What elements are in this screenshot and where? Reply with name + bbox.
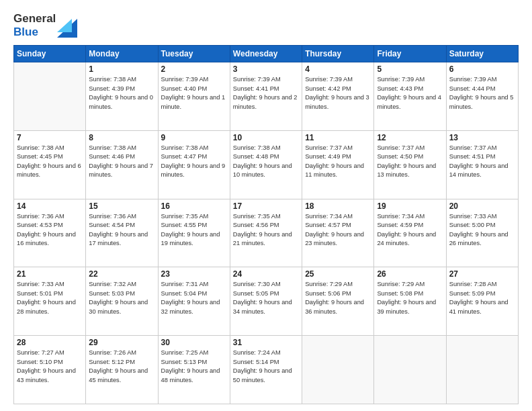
calendar-week-4: 28 Sunrise: 7:27 AMSunset: 5:10 PMDaylig… — [14, 336, 519, 404]
weekday-header-wednesday: Wednesday — [230, 46, 302, 62]
day-number: 8 — [89, 133, 154, 142]
day-info: Sunrise: 7:24 AMSunset: 5:14 PMDaylight:… — [233, 349, 299, 385]
day-info: Sunrise: 7:28 AMSunset: 5:09 PMDaylight:… — [449, 280, 515, 316]
day-info: Sunrise: 7:36 AMSunset: 4:54 PMDaylight:… — [89, 212, 154, 248]
logo-blue: Blue — [13, 26, 38, 38]
day-number: 19 — [377, 201, 443, 211]
day-number: 17 — [233, 201, 299, 211]
day-info: Sunrise: 7:26 AMSunset: 5:12 PMDaylight:… — [89, 349, 154, 385]
weekday-header-monday: Monday — [86, 46, 158, 62]
calendar-cell: 22 Sunrise: 7:32 AMSunset: 5:03 PMDaylig… — [86, 267, 158, 336]
day-info: Sunrise: 7:39 AMSunset: 4:42 PMDaylight:… — [305, 75, 371, 111]
calendar-cell — [374, 336, 446, 404]
calendar-cell: 3 Sunrise: 7:39 AMSunset: 4:41 PMDayligh… — [230, 62, 302, 131]
calendar-cell: 17 Sunrise: 7:35 AMSunset: 4:56 PMDaylig… — [230, 199, 302, 267]
day-number: 31 — [233, 338, 299, 347]
day-number: 21 — [17, 269, 83, 279]
weekday-header-tuesday: Tuesday — [158, 46, 230, 62]
day-info: Sunrise: 7:36 AMSunset: 4:53 PMDaylight:… — [17, 212, 83, 248]
calendar-cell: 29 Sunrise: 7:26 AMSunset: 5:12 PMDaylig… — [86, 336, 158, 404]
calendar-cell: 13 Sunrise: 7:37 AMSunset: 4:51 PMDaylig… — [446, 130, 518, 199]
logo: General Blue — [13, 12, 77, 38]
day-number: 15 — [89, 201, 154, 211]
day-info: Sunrise: 7:34 AMSunset: 4:57 PMDaylight:… — [305, 212, 371, 248]
calendar-cell: 4 Sunrise: 7:39 AMSunset: 4:42 PMDayligh… — [302, 62, 374, 131]
day-number: 28 — [17, 338, 83, 347]
calendar-table: SundayMondayTuesdayWednesdayThursdayFrid… — [13, 45, 519, 404]
day-info: Sunrise: 7:31 AMSunset: 5:04 PMDaylight:… — [161, 280, 227, 316]
day-number: 18 — [305, 201, 371, 211]
day-info: Sunrise: 7:38 AMSunset: 4:45 PMDaylight:… — [17, 144, 83, 180]
calendar-cell: 5 Sunrise: 7:39 AMSunset: 4:43 PMDayligh… — [374, 62, 446, 131]
day-number: 27 — [449, 269, 515, 279]
day-number: 24 — [233, 269, 299, 279]
day-info: Sunrise: 7:39 AMSunset: 4:41 PMDaylight:… — [233, 75, 299, 111]
calendar-week-1: 7 Sunrise: 7:38 AMSunset: 4:45 PMDayligh… — [14, 130, 519, 199]
calendar-cell: 6 Sunrise: 7:39 AMSunset: 4:44 PMDayligh… — [446, 62, 518, 131]
calendar-cell: 1 Sunrise: 7:38 AMSunset: 4:39 PMDayligh… — [86, 62, 158, 131]
day-info: Sunrise: 7:37 AMSunset: 4:51 PMDaylight:… — [449, 144, 515, 180]
day-info: Sunrise: 7:38 AMSunset: 4:47 PMDaylight:… — [161, 144, 227, 180]
day-info: Sunrise: 7:37 AMSunset: 4:49 PMDaylight:… — [305, 144, 371, 180]
day-number: 26 — [377, 269, 443, 279]
day-number: 25 — [305, 269, 371, 279]
calendar-cell: 24 Sunrise: 7:30 AMSunset: 5:05 PMDaylig… — [230, 267, 302, 336]
calendar-cell: 8 Sunrise: 7:38 AMSunset: 4:46 PMDayligh… — [86, 130, 158, 199]
calendar-cell — [302, 336, 374, 404]
day-info: Sunrise: 7:25 AMSunset: 5:13 PMDaylight:… — [161, 349, 227, 385]
day-number: 22 — [89, 269, 154, 279]
calendar-cell: 15 Sunrise: 7:36 AMSunset: 4:54 PMDaylig… — [86, 199, 158, 267]
calendar-cell: 10 Sunrise: 7:38 AMSunset: 4:48 PMDaylig… — [230, 130, 302, 199]
calendar-cell — [14, 62, 86, 131]
logo-general: General — [13, 12, 56, 25]
calendar-week-0: 1 Sunrise: 7:38 AMSunset: 4:39 PMDayligh… — [14, 62, 519, 131]
calendar-cell: 9 Sunrise: 7:38 AMSunset: 4:47 PMDayligh… — [158, 130, 230, 199]
weekday-header-row: SundayMondayTuesdayWednesdayThursdayFrid… — [14, 46, 519, 62]
day-number: 13 — [449, 133, 515, 142]
day-number: 23 — [161, 269, 227, 279]
day-number: 4 — [305, 64, 371, 74]
day-info: Sunrise: 7:29 AMSunset: 5:08 PMDaylight:… — [377, 280, 443, 316]
calendar-cell: 27 Sunrise: 7:28 AMSunset: 5:09 PMDaylig… — [446, 267, 518, 336]
day-number: 9 — [161, 133, 227, 142]
day-number: 12 — [377, 133, 443, 142]
calendar-cell: 21 Sunrise: 7:33 AMSunset: 5:01 PMDaylig… — [14, 267, 86, 336]
day-number: 5 — [377, 64, 443, 74]
day-number: 11 — [305, 133, 371, 142]
page: General Blue SundayMondayTuesdayWednesda… — [0, 0, 532, 411]
logo-icon — [57, 13, 77, 38]
day-info: Sunrise: 7:34 AMSunset: 4:59 PMDaylight:… — [377, 212, 443, 248]
day-number: 16 — [161, 201, 227, 211]
day-number: 3 — [233, 64, 299, 74]
calendar-cell: 25 Sunrise: 7:29 AMSunset: 5:06 PMDaylig… — [302, 267, 374, 336]
day-info: Sunrise: 7:32 AMSunset: 5:03 PMDaylight:… — [89, 280, 154, 316]
day-number: 20 — [449, 201, 515, 211]
day-info: Sunrise: 7:27 AMSunset: 5:10 PMDaylight:… — [17, 349, 83, 385]
calendar-cell: 26 Sunrise: 7:29 AMSunset: 5:08 PMDaylig… — [374, 267, 446, 336]
day-info: Sunrise: 7:35 AMSunset: 4:56 PMDaylight:… — [233, 212, 299, 248]
calendar-cell: 7 Sunrise: 7:38 AMSunset: 4:45 PMDayligh… — [14, 130, 86, 199]
day-info: Sunrise: 7:38 AMSunset: 4:39 PMDaylight:… — [89, 75, 154, 111]
day-number: 7 — [17, 133, 83, 142]
calendar-cell — [446, 336, 518, 404]
calendar-cell: 19 Sunrise: 7:34 AMSunset: 4:59 PMDaylig… — [374, 199, 446, 267]
calendar-cell: 30 Sunrise: 7:25 AMSunset: 5:13 PMDaylig… — [158, 336, 230, 404]
calendar-cell: 23 Sunrise: 7:31 AMSunset: 5:04 PMDaylig… — [158, 267, 230, 336]
day-info: Sunrise: 7:39 AMSunset: 4:43 PMDaylight:… — [377, 75, 443, 111]
day-number: 1 — [89, 64, 154, 74]
calendar-cell: 11 Sunrise: 7:37 AMSunset: 4:49 PMDaylig… — [302, 130, 374, 199]
calendar-cell: 14 Sunrise: 7:36 AMSunset: 4:53 PMDaylig… — [14, 199, 86, 267]
day-info: Sunrise: 7:38 AMSunset: 4:46 PMDaylight:… — [89, 144, 154, 180]
day-number: 29 — [89, 338, 154, 347]
day-info: Sunrise: 7:37 AMSunset: 4:50 PMDaylight:… — [377, 144, 443, 180]
calendar-cell: 16 Sunrise: 7:35 AMSunset: 4:55 PMDaylig… — [158, 199, 230, 267]
calendar-cell: 18 Sunrise: 7:34 AMSunset: 4:57 PMDaylig… — [302, 199, 374, 267]
day-info: Sunrise: 7:35 AMSunset: 4:55 PMDaylight:… — [161, 212, 227, 248]
day-number: 30 — [161, 338, 227, 347]
calendar-cell: 2 Sunrise: 7:39 AMSunset: 4:40 PMDayligh… — [158, 62, 230, 131]
day-number: 14 — [17, 201, 83, 211]
day-info: Sunrise: 7:39 AMSunset: 4:40 PMDaylight:… — [161, 75, 227, 111]
weekday-header-sunday: Sunday — [14, 46, 86, 62]
day-info: Sunrise: 7:33 AMSunset: 5:01 PMDaylight:… — [17, 280, 83, 316]
calendar-cell: 28 Sunrise: 7:27 AMSunset: 5:10 PMDaylig… — [14, 336, 86, 404]
